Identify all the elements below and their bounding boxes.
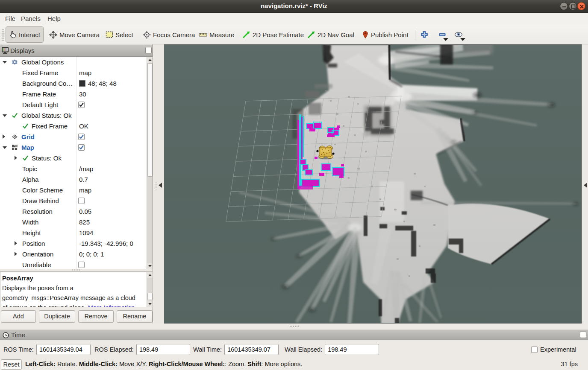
tree-row-topic[interactable]: Topic/map bbox=[0, 163, 146, 174]
tree-scroll-up-button[interactable] bbox=[147, 57, 153, 63]
tree-row-map[interactable]: Map bbox=[0, 142, 146, 153]
property-value[interactable]: OK bbox=[79, 121, 88, 131]
color-swatch[interactable] bbox=[79, 80, 85, 87]
more-information-link[interactable]: More Information. bbox=[88, 304, 137, 307]
render-viewport[interactable] bbox=[164, 44, 582, 323]
property-value[interactable]: 825 bbox=[79, 217, 90, 227]
zoom-out-dropdown-arrow[interactable] bbox=[443, 38, 448, 41]
minimize-button[interactable] bbox=[560, 2, 568, 10]
hide-left-dock-arrow-icon[interactable] bbox=[159, 183, 162, 188]
expander-right-icon[interactable] bbox=[15, 241, 17, 245]
maximize-button[interactable] bbox=[569, 2, 577, 10]
remove-button[interactable]: Remove bbox=[78, 310, 114, 323]
expander-right-icon[interactable] bbox=[15, 252, 17, 256]
property-value[interactable]: 0.7 bbox=[79, 174, 88, 185]
tree-row-position[interactable]: Position-19.343; -42.996; 0 bbox=[0, 238, 146, 249]
property-value[interactable]: 30 bbox=[79, 89, 86, 99]
menu-help[interactable]: Help bbox=[47, 13, 61, 25]
description-scrollbar[interactable] bbox=[147, 272, 153, 307]
time-panel-header[interactable]: Time bbox=[0, 329, 588, 340]
tool-interact[interactable]: Interact bbox=[6, 26, 44, 43]
rename-button[interactable]: Rename bbox=[117, 310, 153, 323]
expander-down-icon[interactable] bbox=[3, 146, 7, 149]
expander-down-icon[interactable] bbox=[3, 114, 7, 117]
visibility-button[interactable] bbox=[453, 25, 464, 44]
property-checkbox[interactable] bbox=[78, 134, 85, 140]
tool-2d-nav-goal[interactable]: 2D Nav Goal bbox=[305, 26, 357, 43]
tool-measure[interactable]: Measure bbox=[196, 26, 237, 43]
tree-row-fixed-frame[interactable]: Fixed Framemap bbox=[0, 67, 146, 78]
displays-panel-header[interactable]: Displays bbox=[0, 45, 153, 57]
property-value[interactable]: 0.05 bbox=[79, 206, 91, 217]
description-scroll-up-button[interactable] bbox=[147, 272, 153, 278]
property-value[interactable]: 1094 bbox=[79, 227, 93, 238]
tool-move-camera[interactable]: Move Camera bbox=[46, 26, 103, 43]
property-value[interactable]: map bbox=[79, 185, 91, 195]
tree-row-width[interactable]: Width825 bbox=[0, 217, 146, 227]
menu-file[interactable]: File bbox=[5, 13, 15, 25]
dock-viewport-splitter[interactable] bbox=[153, 44, 164, 323]
time-field-input[interactable]: 1601435349.07 bbox=[224, 344, 279, 355]
expander-right-icon[interactable] bbox=[3, 134, 5, 139]
property-value[interactable]: 0; 0; 0; 1 bbox=[79, 249, 104, 259]
property-checkbox[interactable] bbox=[78, 198, 85, 204]
visibility-dropdown-arrow[interactable] bbox=[460, 38, 465, 41]
zoom-out-button[interactable] bbox=[437, 25, 448, 44]
tree-row-global-status-ok[interactable]: Global Status: Ok bbox=[0, 110, 146, 121]
tree-row-grid[interactable]: Grid bbox=[0, 131, 146, 142]
reset-button[interactable]: Reset bbox=[1, 359, 22, 370]
add-button[interactable]: Add bbox=[1, 310, 36, 323]
tree-row-global-options[interactable]: Global Options bbox=[0, 57, 146, 67]
title-bar[interactable]: navigation.rviz* - RViz bbox=[0, 0, 588, 13]
tree-row-height[interactable]: Height1094 bbox=[0, 227, 146, 238]
description-scroll-down-button[interactable] bbox=[147, 301, 153, 307]
tree-scrollbar-thumb[interactable] bbox=[147, 63, 153, 177]
property-checkbox[interactable] bbox=[78, 102, 85, 108]
right-dock-strip[interactable] bbox=[582, 44, 588, 323]
tree-row-default-light[interactable]: Default Light bbox=[0, 99, 146, 110]
tool-focus-camera[interactable]: Focus Camera bbox=[140, 26, 198, 43]
pose-arrow-icon bbox=[243, 31, 250, 38]
property-checkbox[interactable] bbox=[78, 262, 85, 268]
menu-panels[interactable]: Panels bbox=[21, 13, 41, 25]
duplicate-button[interactable]: Duplicate bbox=[39, 310, 75, 323]
dock-splitter-handle[interactable] bbox=[72, 269, 81, 271]
description-scrollbar-thumb[interactable] bbox=[147, 293, 153, 300]
tree-row-alpha[interactable]: Alpha0.7 bbox=[0, 174, 146, 185]
tool-select[interactable]: Select bbox=[103, 26, 136, 43]
property-value[interactable]: -19.343; -42.996; 0 bbox=[79, 238, 133, 249]
tree-scrollbar[interactable] bbox=[147, 57, 153, 269]
expander-down-icon[interactable] bbox=[3, 61, 7, 64]
experimental-option[interactable]: Experimental bbox=[531, 344, 576, 355]
scroll-down-icon bbox=[148, 303, 152, 305]
time-float-button[interactable] bbox=[580, 332, 586, 338]
tree-scroll-down-button[interactable] bbox=[147, 263, 153, 269]
tool-2d-pose-estimate[interactable]: 2D Pose Estimate bbox=[240, 26, 307, 43]
tree-row-frame-rate[interactable]: Frame Rate30 bbox=[0, 89, 146, 99]
tree-row-resolution[interactable]: Resolution0.05 bbox=[0, 206, 146, 217]
property-value[interactable]: map bbox=[79, 67, 91, 78]
time-field-input[interactable]: 1601435349.04 bbox=[36, 344, 91, 355]
tree-row-unreliable[interactable]: Unreliable bbox=[0, 259, 146, 269]
bottom-splitter[interactable] bbox=[0, 323, 588, 329]
tree-row-status-ok[interactable]: Status: Ok bbox=[0, 153, 146, 163]
zoom-in-button[interactable] bbox=[419, 25, 430, 44]
hide-right-dock-arrow-icon[interactable] bbox=[584, 183, 587, 188]
property-value[interactable]: 48; 48; 48 bbox=[88, 78, 117, 89]
tree-value-cell bbox=[76, 131, 146, 142]
tree-row-background-co-[interactable]: Background Co…48; 48; 48 bbox=[0, 78, 146, 89]
experimental-checkbox[interactable] bbox=[531, 347, 538, 353]
tool-publish-point[interactable]: Publish Point bbox=[359, 26, 412, 43]
property-value[interactable]: /map bbox=[79, 163, 93, 174]
time-field-input[interactable]: 198.49 bbox=[325, 344, 379, 355]
tree-row-color-scheme[interactable]: Color Schememap bbox=[0, 185, 146, 195]
expander-right-icon[interactable] bbox=[15, 156, 17, 160]
property-checkbox[interactable] bbox=[78, 144, 85, 151]
close-button[interactable] bbox=[577, 2, 585, 10]
tree-row-orientation[interactable]: Orientation0; 0; 0; 1 bbox=[0, 249, 146, 259]
tree-row-fixed-frame[interactable]: Fixed FrameOK bbox=[0, 121, 146, 131]
time-field-input[interactable]: 198.49 bbox=[136, 344, 190, 355]
toolbar-grip[interactable] bbox=[1, 29, 4, 41]
displays-float-button[interactable] bbox=[145, 47, 152, 53]
tree-row-draw-behind[interactable]: Draw Behind bbox=[0, 195, 146, 206]
